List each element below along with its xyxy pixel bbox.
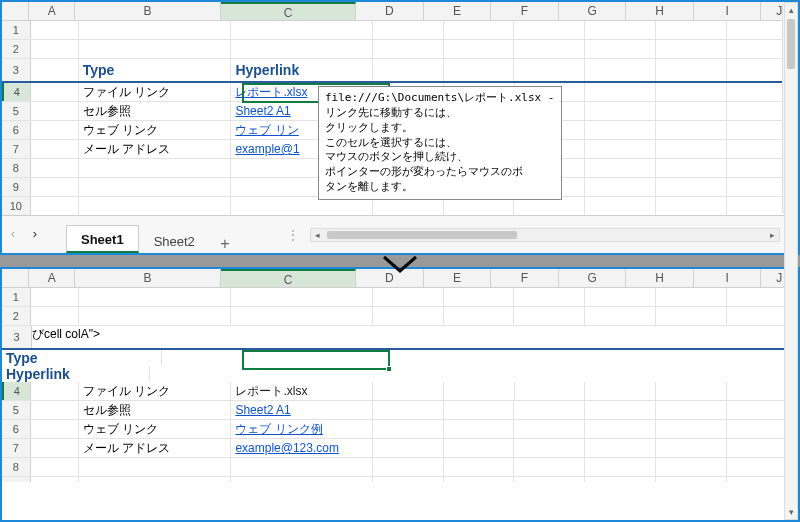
row-header-8[interactable]: 8 <box>2 458 31 476</box>
cell-c7[interactable]: example@123.com <box>231 439 372 457</box>
tab-sheet1[interactable]: Sheet1 <box>66 225 139 253</box>
row-1: 1 <box>2 21 798 40</box>
row-5: 5 セル参照 Sheet2 A1 <box>2 401 798 420</box>
row-7: 7 メール アドレス example@123.com <box>2 439 798 458</box>
select-all-corner[interactable] <box>2 269 29 287</box>
hyperlink-cellref: Sheet2 A1 <box>235 104 290 118</box>
spreadsheet-pane-before: A B C D E F G H I J 1 2 3 Type Hyperlink… <box>0 0 800 255</box>
scroll-down-icon[interactable]: ▾ <box>785 505 797 519</box>
cell-b4[interactable]: ファイル リンク <box>79 83 232 101</box>
col-header-i[interactable]: I <box>694 269 762 287</box>
hyperlink-web: ウェブ リンク例 <box>235 421 322 438</box>
row-2: 2 <box>2 40 798 59</box>
cell-b5[interactable]: セル参照 <box>79 401 232 419</box>
hscroll-thumb[interactable] <box>327 231 517 239</box>
cell-b3[interactable]: Type <box>2 350 162 366</box>
horizontal-scrollbar[interactable]: ◂ ▸ <box>310 228 780 242</box>
col-header-h[interactable]: H <box>626 269 694 287</box>
row-header-4[interactable]: 4 <box>2 382 31 400</box>
cell-c5[interactable]: Sheet2 A1 <box>231 401 372 419</box>
row-9: 9 <box>2 477 798 482</box>
scroll-right-icon[interactable]: ▸ <box>765 229 779 241</box>
col-header-a[interactable]: A <box>29 269 75 287</box>
row-header-3[interactable]: 3 <box>2 326 32 348</box>
col-header-b[interactable]: B <box>75 2 221 20</box>
spreadsheet-pane-after: A B C D E F G H I J 1 2 3 びcell colA"> T… <box>0 267 800 522</box>
row-3: 3 Type Hyperlink <box>2 59 798 83</box>
cell-c3[interactable]: Hyperlink <box>231 59 372 81</box>
row-header-7[interactable]: 7 <box>2 140 31 158</box>
tab-sheet2[interactable]: Sheet2 <box>139 227 210 253</box>
cell-b3[interactable]: Type <box>79 59 232 81</box>
cell-b7[interactable]: メール アドレス <box>79 140 232 158</box>
hyperlink-email: example@123.com <box>235 441 339 455</box>
cell-b6[interactable]: ウェブ リンク <box>79 121 232 139</box>
cell-b4[interactable]: ファイル リンク <box>79 382 232 400</box>
cell-c4[interactable]: レポート.xlsx <box>231 382 372 400</box>
col-header-a[interactable]: A <box>29 2 75 20</box>
row-header-5[interactable]: 5 <box>2 102 31 120</box>
text-no-link: レポート.xlsx <box>235 383 307 400</box>
column-headers: A B C D E F G H I J <box>2 2 798 21</box>
col-header-h[interactable]: H <box>626 2 694 20</box>
col-header-f[interactable]: F <box>491 269 559 287</box>
row-2: 2 <box>2 307 798 326</box>
row-header-8[interactable]: 8 <box>2 159 31 177</box>
row-8: 8 <box>2 458 798 477</box>
select-all-corner[interactable] <box>2 2 29 20</box>
col-header-c[interactable]: C <box>221 269 356 287</box>
tab-nav-prev[interactable]: ‹ <box>4 226 22 244</box>
row-header-10[interactable]: 10 <box>2 197 31 215</box>
sheet-tab-bar: ‹ › Sheet1 Sheet2 + ⋮ ◂ ▸ <box>2 215 798 253</box>
tab-scrollbar-gripper[interactable]: ⋮ <box>286 227 300 243</box>
col-header-g[interactable]: G <box>559 269 627 287</box>
add-sheet-button[interactable]: + <box>210 235 240 253</box>
hyperlink-web: ウェブ リン <box>235 122 298 139</box>
row-header-3[interactable]: 3 <box>2 59 31 81</box>
row-header-7[interactable]: 7 <box>2 439 31 457</box>
cell-b6[interactable]: ウェブ リンク <box>79 420 232 438</box>
cell-b5[interactable]: セル参照 <box>79 102 232 120</box>
row-header-4[interactable]: 4 <box>2 83 31 101</box>
tab-nav-next[interactable]: › <box>26 226 44 244</box>
cell-b7[interactable]: メール アドレス <box>79 439 232 457</box>
hyperlink-tooltip: file:///G:\Documents\レポート.xlsx - リンク先に移動… <box>318 86 562 200</box>
row-1: 1 <box>2 288 798 307</box>
row-header-2[interactable]: 2 <box>2 40 31 58</box>
scroll-up-icon[interactable]: ▴ <box>785 3 797 17</box>
col-header-i[interactable]: I <box>694 2 762 20</box>
scroll-left-icon[interactable]: ◂ <box>311 229 325 241</box>
row-header-2[interactable]: 2 <box>2 307 31 325</box>
hyperlink-cellref: Sheet2 A1 <box>235 403 290 417</box>
col-header-f[interactable]: F <box>491 2 559 20</box>
col-header-g[interactable]: G <box>559 2 627 20</box>
grid[interactable]: A B C D E F G H I J 1 2 3 Type Hyperlink… <box>2 2 798 215</box>
col-header-b[interactable]: B <box>75 269 221 287</box>
hyperlink-file: レポート.xlsx <box>235 84 307 101</box>
row-header-9[interactable]: 9 <box>2 477 31 482</box>
arrow-down-icon <box>382 255 418 278</box>
grid[interactable]: A B C D E F G H I J 1 2 3 びcell colA"> T… <box>2 269 798 482</box>
vscroll-thumb[interactable] <box>787 19 795 69</box>
cell-c6[interactable]: ウェブ リンク例 <box>231 420 372 438</box>
row-header-9[interactable]: 9 <box>2 178 31 196</box>
row-3: 3 びcell colA"> <box>2 326 798 350</box>
row-header-6[interactable]: 6 <box>2 121 31 139</box>
row-header-6[interactable]: 6 <box>2 420 31 438</box>
col-header-d[interactable]: D <box>356 2 424 20</box>
row-header-5[interactable]: 5 <box>2 401 31 419</box>
hyperlink-email: example@1 <box>235 142 299 156</box>
row-header-1[interactable]: 1 <box>2 288 31 306</box>
col-header-e[interactable]: E <box>424 269 492 287</box>
row-header-1[interactable]: 1 <box>2 21 31 39</box>
row-6: 6 ウェブ リンク ウェブ リンク例 <box>2 420 798 439</box>
cell-c3[interactable]: Hyperlink <box>2 366 150 382</box>
col-header-e[interactable]: E <box>424 2 492 20</box>
row-4: 4 ファイル リンク レポート.xlsx <box>2 382 798 401</box>
col-header-c[interactable]: C <box>221 2 356 20</box>
vertical-scrollbar[interactable]: ▴ ▾ <box>784 2 798 520</box>
